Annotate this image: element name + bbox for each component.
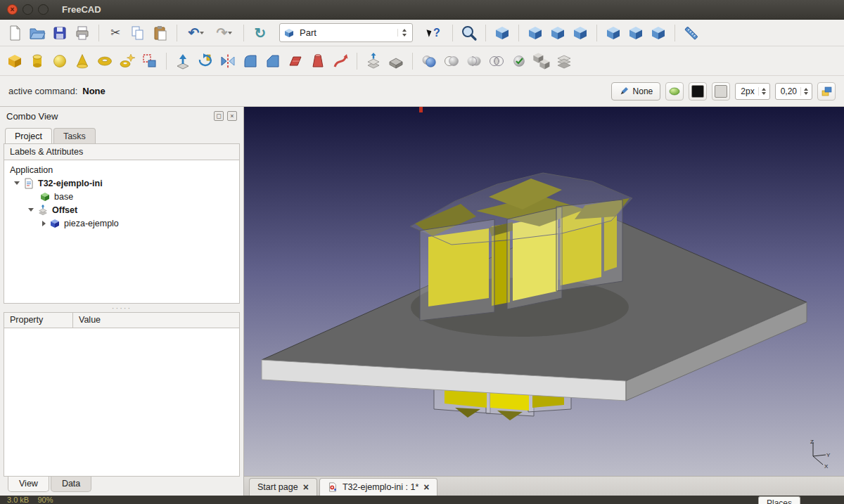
point-size-spinbox[interactable]: 0,20	[775, 83, 812, 100]
undo-dropdown-arrow[interactable]	[200, 32, 204, 34]
refresh-button[interactable]: ↻	[250, 22, 271, 44]
model-tree[interactable]: Application T32-ejemplo-ini base Offset	[4, 160, 240, 304]
tab-data[interactable]: Data	[51, 477, 91, 492]
tab-project[interactable]: Project	[5, 128, 52, 143]
front-view-button[interactable]	[525, 22, 546, 44]
window-minimize-button[interactable]	[23, 4, 33, 15]
redo-dropdown-arrow[interactable]	[228, 32, 232, 34]
create-primitives-button[interactable]	[117, 51, 138, 72]
part-cylinder-button[interactable]	[27, 51, 48, 72]
top-view-button[interactable]	[547, 22, 568, 44]
extrude-button[interactable]	[172, 51, 193, 72]
boolean-intersection-button[interactable]	[486, 51, 507, 72]
loft-button[interactable]	[307, 51, 328, 72]
save-button[interactable]	[49, 22, 70, 44]
boolean-button[interactable]	[418, 51, 440, 72]
titlebar[interactable]: × FreeCAD	[0, 0, 844, 20]
tree-item-pieza[interactable]: pieza-ejemplo	[6, 217, 238, 230]
boolean-union-button[interactable]	[463, 51, 485, 72]
measure-distance-button[interactable]	[681, 22, 702, 44]
chamfer-button[interactable]	[262, 51, 283, 72]
revolve-button[interactable]	[195, 51, 216, 72]
mirror-button[interactable]	[217, 51, 238, 72]
new-document-button[interactable]	[4, 22, 25, 44]
axonometric-cube-icon	[494, 25, 511, 41]
cross-sections-button[interactable]	[554, 51, 575, 72]
dock-close-button[interactable]: ×	[227, 111, 237, 121]
property-grid-body[interactable]	[4, 328, 240, 477]
sweep-button[interactable]	[330, 51, 351, 72]
whats-this-button[interactable]: ?	[421, 22, 447, 44]
ruled-surface-button[interactable]	[285, 51, 306, 72]
draw-style-button[interactable]: None	[611, 82, 661, 101]
part-feature-icon	[49, 218, 60, 229]
workbench-spinner[interactable]	[397, 29, 409, 37]
redo-button[interactable]: ↷	[211, 22, 238, 44]
places-box[interactable]: Places	[758, 496, 800, 504]
tab-start-page[interactable]: Start page ×	[249, 478, 317, 496]
new-document-icon	[6, 25, 23, 41]
part-sphere-button[interactable]	[49, 51, 70, 72]
left-view-button[interactable]	[648, 22, 669, 44]
tree-root-application[interactable]: Application	[6, 163, 238, 176]
front-view-cube-icon	[527, 25, 544, 41]
print-button[interactable]	[72, 22, 93, 44]
line-width-spinbox[interactable]: 2px	[735, 83, 769, 100]
shape-builder-button[interactable]	[139, 51, 160, 72]
point-size-spinner[interactable]	[800, 87, 810, 96]
line-width-spinner[interactable]	[758, 87, 767, 96]
tree-item-offset[interactable]: Offset	[6, 203, 238, 217]
tab-tasks[interactable]: Tasks	[53, 128, 96, 143]
window-close-button[interactable]: ×	[7, 4, 18, 15]
caret-open-icon[interactable]	[14, 181, 20, 185]
part-torus-button[interactable]	[94, 51, 115, 72]
line-color-button[interactable]	[689, 82, 707, 101]
tab-view[interactable]: View	[8, 477, 49, 492]
fillet-button[interactable]	[240, 51, 261, 72]
caret-open-icon[interactable]	[28, 208, 34, 212]
tree-item-base[interactable]: base	[6, 190, 238, 203]
boolean-cut-button[interactable]	[441, 51, 462, 72]
tab-close-icon[interactable]: ×	[423, 482, 429, 492]
right-view-button[interactable]	[570, 22, 591, 44]
offset-button[interactable]	[363, 51, 384, 72]
part-cone-button[interactable]	[72, 51, 93, 72]
rear-view-cube-icon	[605, 25, 622, 41]
cut-button[interactable]: ✂	[105, 22, 126, 44]
value-column-header[interactable]: Value	[73, 313, 106, 328]
3d-viewport[interactable]: Z Y X	[244, 107, 844, 476]
selection-appearance-button[interactable]	[665, 82, 684, 101]
paste-button[interactable]	[150, 22, 171, 44]
window-maximize-button[interactable]	[38, 4, 49, 15]
part-box-button[interactable]	[4, 51, 25, 72]
face-color-button[interactable]	[712, 82, 730, 101]
layers-button[interactable]	[817, 82, 836, 101]
panel-splitter[interactable]: ·····	[4, 304, 240, 312]
undo-button[interactable]: ↶	[183, 22, 210, 44]
fit-all-button[interactable]	[459, 22, 480, 44]
tab-document[interactable]: T32-ejemplo-ini : 1* ×	[319, 478, 438, 496]
tree-item-document[interactable]: T32-ejemplo-ini	[6, 176, 238, 190]
3d-scene[interactable]	[244, 107, 844, 476]
rear-view-button[interactable]	[603, 22, 624, 44]
copy-button[interactable]	[127, 22, 148, 44]
bottom-view-button[interactable]	[625, 22, 646, 44]
refresh-icon: ↻	[255, 26, 267, 40]
tab-document-label: T32-ejemplo-ini : 1*	[343, 482, 418, 492]
axonometric-view-button[interactable]	[492, 22, 513, 44]
toolbar-separator	[518, 25, 519, 41]
offset-tree-icon	[37, 205, 49, 216]
check-geometry-button[interactable]	[509, 51, 530, 72]
compound-button[interactable]	[531, 51, 552, 72]
torus-icon	[96, 53, 113, 70]
property-column-header[interactable]: Property	[4, 313, 73, 328]
draft-style-controls: None 2px 0,20	[611, 82, 836, 101]
thickness-button[interactable]	[385, 51, 407, 72]
tab-close-icon[interactable]: ×	[303, 482, 309, 492]
workbench-selector[interactable]: Part	[279, 23, 413, 42]
viewport-column: Z Y X Start page × T32-ejemplo-ini : 1* …	[244, 107, 844, 496]
caret-closed-icon[interactable]	[42, 221, 46, 226]
open-document-button[interactable]	[27, 22, 48, 44]
dock-float-button[interactable]: ◻	[214, 111, 224, 121]
cross-sections-icon	[556, 53, 573, 70]
